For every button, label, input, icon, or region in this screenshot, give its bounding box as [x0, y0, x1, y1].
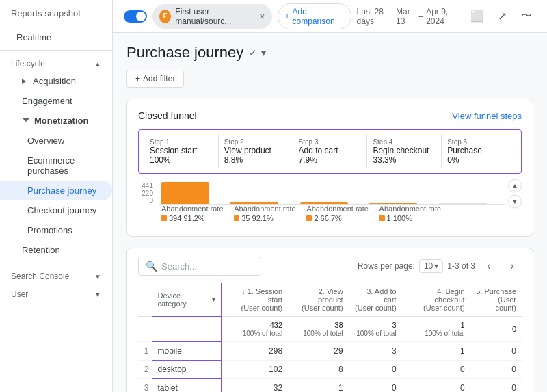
row2-session: 102	[222, 360, 288, 378]
avatar: F	[159, 10, 171, 23]
row3-num: 3	[138, 378, 152, 392]
sidebar: Reports snapshot Realtime Life cycle ▲ A…	[0, 0, 113, 392]
date-range[interactable]: Last 28 days Mar 13 – Apr 9, 2024	[357, 7, 459, 26]
dropdown-icon[interactable]: ▾	[261, 47, 266, 58]
row1-cart: 3	[349, 341, 402, 360]
bar-group-5	[436, 182, 505, 204]
sidebar-item-label: Realtime	[16, 32, 51, 42]
sort-icon: ↓	[241, 287, 245, 296]
search-box[interactable]: 🔍 Search...	[138, 257, 261, 276]
y-label-bot: 0	[149, 197, 153, 205]
total-view-product: 38 100% of total	[288, 316, 348, 341]
next-page-icon[interactable]: ›	[503, 257, 522, 276]
topbar-icons: ⬜ ↗ 〜	[468, 7, 536, 26]
sidebar-item-overview[interactable]: Overview	[0, 131, 112, 151]
chevron-down-icon2: ▼	[94, 291, 101, 298]
row3-cart: 0	[349, 378, 402, 392]
divider2	[0, 263, 112, 263]
table-card: 🔍 Search... Rows per page: 10 ▾ 1-3 of 3…	[126, 248, 533, 392]
chart-icon[interactable]: 〜	[517, 7, 536, 26]
funnel-header: Closed funnel View funnel steps	[138, 110, 522, 121]
row3-view: 1	[288, 378, 348, 392]
close-icon[interactable]: ×	[259, 12, 265, 21]
date-end: Apr 9, 2024	[426, 7, 459, 26]
row1-num: 1	[138, 341, 152, 360]
funnel-step-1: Step 1 Session start 100%	[144, 135, 219, 168]
row1-session: 298	[222, 341, 288, 360]
prev-page-icon[interactable]: ‹	[479, 257, 498, 276]
scroll-down-button[interactable]: ▼	[508, 194, 522, 208]
page-content: Purchase journey ✓ ▾ + Add filter Closed…	[113, 33, 547, 392]
bar-4	[369, 203, 417, 204]
sidebar-item-engagement[interactable]: Engagement	[0, 91, 112, 111]
col-num-header	[138, 283, 152, 317]
add-filter-button[interactable]: + Add filter	[126, 70, 184, 88]
active-tab[interactable]: F First user manual/sourc... ×	[152, 4, 272, 29]
sidebar-section-search-console[interactable]: Search Console ▼	[0, 266, 112, 284]
export-icon[interactable]: ↗	[492, 7, 511, 26]
bar-group-2	[228, 182, 297, 204]
funnel-step-2: Step 2 View product 8.8%	[219, 135, 293, 168]
row2-view: 8	[288, 360, 348, 378]
dropdown-arrow-icon: ▾	[434, 261, 438, 271]
sidebar-item-promotions[interactable]: Promotions	[0, 220, 112, 240]
checkmark-icon: ✓	[249, 47, 257, 58]
col-view-product-header[interactable]: 2. View product(User count)	[288, 283, 348, 317]
topbar: F First user manual/sourc... × + Add com…	[113, 0, 547, 33]
row1-purchase: 0	[470, 341, 522, 360]
row3-device: tablet	[152, 378, 222, 392]
sidebar-item-acquisition[interactable]: Acquisition	[0, 71, 112, 91]
bar-group-4	[366, 182, 436, 204]
y-label-mid: 220	[142, 190, 153, 197]
total-session-start: 432 100% of total	[222, 316, 288, 341]
row2-cart: 0	[349, 360, 402, 378]
add-comparison-button[interactable]: + Add comparison	[278, 3, 351, 29]
col-add-to-cart-header[interactable]: 3. Add to cart(User count)	[349, 283, 402, 317]
table-row: 1 mobile 298 29 3 1 0	[138, 341, 522, 360]
sidebar-item-retention[interactable]: Retention	[0, 240, 112, 260]
sidebar-section-lifecycle[interactable]: Life cycle ▲	[0, 53, 112, 71]
divider	[0, 50, 112, 51]
toggle-switch[interactable]	[124, 10, 147, 23]
col-begin-checkout-header[interactable]: 4. Begin checkout(User count)	[402, 283, 470, 317]
abandon-val-4: 1 100%	[379, 214, 446, 222]
search-placeholder: Search...	[161, 261, 197, 272]
abandon-label-2: Abandonment rate	[234, 205, 301, 213]
sidebar-item-realtime[interactable]: Realtime	[0, 27, 112, 47]
abandon-item-4: Abandonment rate 1 100%	[377, 205, 449, 222]
rows-per-page-select[interactable]: 10 ▾	[419, 259, 443, 273]
col-purchase-header[interactable]: 5. Purchase(User count)	[470, 283, 522, 317]
sidebar-item-checkout-journey[interactable]: Checkout journey	[0, 200, 112, 220]
plus-icon: +	[285, 12, 290, 21]
y-label-top: 441	[142, 182, 153, 190]
col-session-start-header[interactable]: ↓ 1. Session start(User count)	[222, 283, 288, 317]
table-row: 3 tablet 32 1 0 0 0	[138, 378, 522, 392]
funnel-steps: Step 1 Session start 100% Step 2 View pr…	[138, 129, 522, 174]
sidebar-item-purchase-journey[interactable]: Purchase journey	[0, 181, 112, 200]
filter-icon[interactable]: ▾	[212, 296, 215, 303]
date-range-label: Last 28 days	[357, 7, 394, 26]
abandon-label-4: Abandonment rate	[379, 205, 446, 213]
filter-row: + Add filter	[126, 70, 533, 88]
row3-purchase: 0	[470, 378, 522, 392]
bar-2	[230, 202, 278, 204]
funnel-title: Closed funnel	[138, 110, 197, 121]
share-icon[interactable]: ⬜	[468, 7, 487, 26]
triangle-open-icon	[22, 118, 30, 125]
view-funnel-steps-link[interactable]: View funnel steps	[452, 111, 522, 121]
triangle-icon	[22, 79, 26, 84]
row2-device: desktop	[152, 360, 222, 378]
topbar-right: Last 28 days Mar 13 – Apr 9, 2024 ⬜ ↗ 〜	[357, 7, 536, 26]
row3-session: 32	[222, 378, 288, 392]
sidebar-item-ecommerce[interactable]: Ecommerce purchases	[0, 151, 112, 181]
funnel-step-5: Step 5 Purchase 0%	[442, 135, 516, 168]
abandon-item-3: Abandonment rate 2 66.7%	[304, 205, 376, 222]
sidebar-section-user[interactable]: User ▼	[0, 284, 112, 302]
scroll-up-button[interactable]: ▲	[508, 179, 522, 192]
table-row: 2 desktop 102 8 0 0 0	[138, 360, 522, 378]
col-device-header[interactable]: Device category ▾	[152, 283, 222, 317]
sidebar-header: Reports snapshot	[0, 0, 112, 27]
bar-group-1	[159, 182, 228, 204]
row2-purchase: 0	[470, 360, 522, 378]
sidebar-item-monetization[interactable]: Monetization	[0, 111, 112, 131]
